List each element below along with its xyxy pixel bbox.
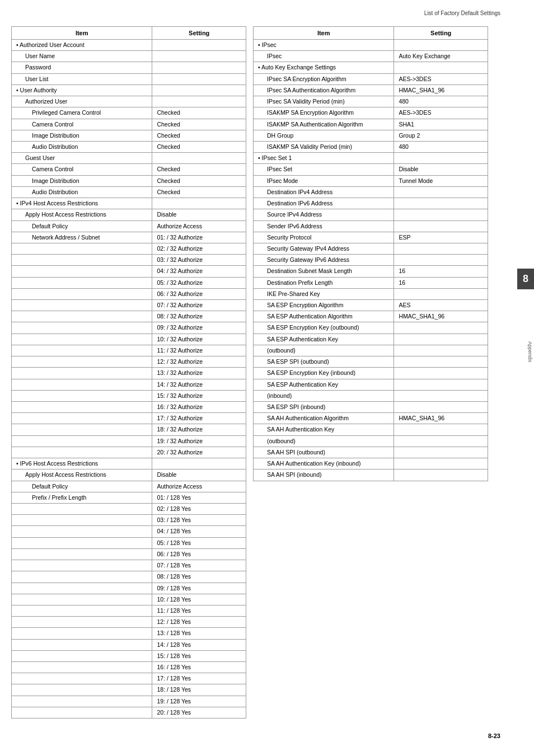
item-cell: ISAKMP SA Authentication Algorithm [254, 119, 394, 130]
setting-cell: 11: / 128 Yes [152, 605, 246, 616]
item-cell: Prefix / Prefix Length [12, 492, 152, 503]
setting-cell: 18: / 128 Yes [152, 684, 246, 696]
setting-cell: 480 [394, 96, 488, 107]
table-row: 04: / 32 Authorize [12, 266, 246, 277]
setting-cell: ESP [394, 232, 488, 243]
item-cell [12, 537, 152, 548]
setting-cell: 17: / 32 Authorize [152, 413, 246, 424]
setting-cell: 19: / 128 Yes [152, 696, 246, 707]
item-cell: IPsec [254, 51, 394, 62]
setting-cell: Disable [152, 469, 246, 481]
item-cell [12, 639, 152, 650]
left-panel: Item Setting • Authorized User AccountUs… [11, 26, 246, 719]
table-row: SA ESP Encryption AlgorithmAES [254, 300, 488, 311]
table-row: SA AH Authentication Key [254, 424, 488, 435]
table-row: Apply Host Access RestrictionsDisable [12, 209, 246, 220]
item-cell [12, 605, 152, 616]
item-cell [12, 379, 152, 390]
table-row: 15: / 128 Yes [12, 650, 246, 661]
item-cell: IPsec SA Validity Period (min) [254, 96, 394, 107]
item-cell: Destination Prefix Length [254, 277, 394, 288]
item-cell [12, 447, 152, 458]
setting-cell [152, 198, 246, 209]
setting-cell [394, 288, 488, 299]
item-cell [12, 707, 152, 718]
table-row: 14: / 128 Yes [12, 639, 246, 650]
right-panel: Item Setting • IPsecIPsecAuto Key Exchan… [253, 26, 488, 719]
table-row: SA ESP Encryption Key (inbound) [254, 368, 488, 379]
setting-cell: HMAC_SHA1_96 [394, 413, 488, 424]
setting-cell: 08: / 128 Yes [152, 571, 246, 583]
table-row: User Name [12, 51, 246, 62]
table-row: 19: / 32 Authorize [12, 435, 246, 447]
table-row: SA ESP SPI (inbound) [254, 402, 488, 413]
item-cell [12, 311, 152, 322]
item-cell: SA AH SPI (outbound) [254, 447, 394, 458]
item-cell [12, 424, 152, 435]
item-cell [12, 413, 152, 424]
item-cell [12, 334, 152, 345]
item-cell [12, 684, 152, 696]
item-cell: SA ESP Encryption Key (inbound) [254, 368, 394, 379]
item-cell: Source IPv4 Address [254, 209, 394, 220]
setting-cell: Disable [152, 209, 246, 220]
setting-cell [394, 390, 488, 401]
setting-cell: 02: / 128 Yes [152, 503, 246, 514]
table-row: 09: / 128 Yes [12, 583, 246, 594]
setting-cell [152, 40, 246, 51]
table-row: Destination IPv6 Address [254, 198, 488, 209]
table-row: User List [12, 73, 246, 84]
table-row: 11: / 32 Authorize [12, 345, 246, 356]
table-row: Privileged Camera ControlChecked [12, 107, 246, 119]
setting-cell: 03: / 128 Yes [152, 515, 246, 526]
table-row: Security ProtocolESP [254, 232, 488, 243]
table-row: 13: / 128 Yes [12, 628, 246, 639]
table-row: Authorized User [12, 96, 246, 107]
item-cell: Privileged Camera Control [12, 107, 152, 119]
table-row: Camera ControlChecked [12, 119, 246, 130]
item-cell: Sender IPv6 Address [254, 220, 394, 232]
setting-cell [394, 379, 488, 390]
setting-cell: 15: / 128 Yes [152, 650, 246, 661]
table-row: • IPv6 Host Access Restrictions [12, 458, 246, 469]
table-row: Destination IPv4 Address [254, 186, 488, 198]
table-row: IKE Pre-Shared Key [254, 288, 488, 299]
table-row: SA AH Authentication Key (inbound) [254, 458, 488, 469]
left-table: Item Setting • Authorized User AccountUs… [11, 26, 246, 719]
table-row: • Auto Key Exchange Settings [254, 62, 488, 73]
table-row: Sender IPv6 Address [254, 220, 488, 232]
table-row: 07: / 32 Authorize [12, 300, 246, 311]
item-cell: SA AH Authentication Key (inbound) [254, 458, 394, 469]
setting-cell [394, 424, 488, 435]
setting-cell: 13: / 32 Authorize [152, 368, 246, 379]
table-row: ISAKMP SA Encryption AlgorithmAES->3DES [254, 107, 488, 119]
item-cell: SA ESP SPI (outbound) [254, 356, 394, 368]
table-row: SA ESP Authentication Key [254, 379, 488, 390]
setting-cell [394, 368, 488, 379]
item-cell [12, 503, 152, 514]
item-cell [12, 696, 152, 707]
setting-cell: 06: / 32 Authorize [152, 288, 246, 299]
setting-cell: 01: / 32 Authorize [152, 232, 246, 243]
table-row: Audio DistributionChecked [12, 141, 246, 152]
setting-cell: 03: / 32 Authorize [152, 255, 246, 266]
item-cell: • IPsec Set 1 [254, 153, 394, 164]
item-cell [12, 277, 152, 288]
item-cell: ISAKMP SA Validity Period (min) [254, 141, 394, 152]
header-title: List of Factory Default Settings [424, 10, 500, 16]
table-row: 11: / 128 Yes [12, 605, 246, 616]
table-row: 08: / 128 Yes [12, 571, 246, 583]
item-cell [12, 243, 152, 254]
setting-cell [152, 62, 246, 73]
table-row: Guest User [12, 153, 246, 164]
setting-cell: Checked [152, 130, 246, 141]
setting-cell: 07: / 128 Yes [152, 560, 246, 571]
setting-cell: Authorize Access [152, 481, 246, 492]
item-cell: IPsec Set [254, 164, 394, 175]
page-header: List of Factory Default Settings [0, 0, 534, 21]
item-cell: SA ESP Authentication Key [254, 334, 394, 345]
table-row: Image DistributionChecked [12, 130, 246, 141]
item-cell [12, 628, 152, 639]
item-cell: SA AH SPI (inbound) [254, 469, 394, 481]
item-cell [12, 300, 152, 311]
